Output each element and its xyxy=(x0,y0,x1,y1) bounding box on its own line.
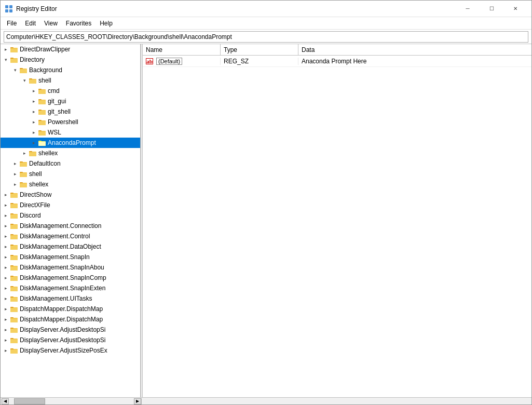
svg-rect-2 xyxy=(5,9,8,12)
minimize-button[interactable]: ─ xyxy=(456,1,480,17)
type-column-header[interactable]: Type xyxy=(221,44,298,55)
table-row[interactable]: ab (Default) REG_SZ Anaconda Prompt Here xyxy=(143,56,531,67)
tree-label-wsl: WSL xyxy=(48,129,61,136)
tree-item-diskmgmt_snapabou[interactable]: ▸ DiskManagement.SnapInAbou xyxy=(1,262,140,273)
expand-icon-diskmgmt_data[interactable]: ▸ xyxy=(2,242,10,251)
tree-item-discord[interactable]: ▸ Discord xyxy=(1,210,140,221)
svg-rect-57 xyxy=(10,225,18,229)
expand-icon-discord[interactable]: ▸ xyxy=(2,211,10,220)
tree-item-anacondaprompt[interactable]: ▸ AnacondaPrompt xyxy=(1,138,140,148)
expand-icon-wsl[interactable]: ▸ xyxy=(30,128,38,137)
name-column-header[interactable]: Name xyxy=(143,44,221,55)
expand-icon-diskmgmt_conn[interactable]: ▸ xyxy=(2,222,10,230)
tree-label-anacondaprompt: AnacondaPrompt xyxy=(48,139,96,146)
expand-icon-diskmgmt_ui[interactable]: ▸ xyxy=(2,294,10,303)
expand-icon-diskmgmt_snapcomp[interactable]: ▸ xyxy=(2,274,10,282)
tree-item-background[interactable]: ▾ Background xyxy=(1,65,140,75)
tree-item-git_gui[interactable]: ▸ git_gui xyxy=(1,96,140,106)
expand-icon-directory[interactable]: ▾ xyxy=(2,56,10,64)
expand-icon-defaulticon[interactable]: ▸ xyxy=(11,159,19,168)
svg-rect-27 xyxy=(38,121,46,125)
tree-item-git_shell[interactable]: ▸ git_shell xyxy=(1,106,140,117)
expand-icon-shellex[interactable]: ▸ xyxy=(20,149,29,157)
expand-icon-directxfile[interactable]: ▸ xyxy=(2,201,10,209)
svg-rect-87 xyxy=(10,329,18,333)
tree-item-diskmgmt_data[interactable]: ▸ DiskManagement.DataObject xyxy=(1,241,140,252)
window-controls: ─ ☐ ✕ xyxy=(456,1,527,17)
tree-label-shell: shell xyxy=(38,77,51,84)
expand-icon-anacondaprompt[interactable]: ▸ xyxy=(30,139,38,147)
svg-rect-75 xyxy=(10,287,18,291)
expand-icon-dispatch2[interactable]: ▸ xyxy=(2,315,10,323)
tree-item-defaulticon[interactable]: ▸ DefaultIcon xyxy=(1,158,140,169)
data-column-header[interactable]: Data xyxy=(298,44,531,55)
expand-icon-diskmgmt_ctrl[interactable]: ▸ xyxy=(2,232,10,240)
menu-item-favorites[interactable]: Favorites xyxy=(62,19,96,28)
tree-label-diskmgmt_snap: DiskManagement.SnapIn xyxy=(20,253,90,261)
tree-item-cmd[interactable]: ▸ cmd xyxy=(1,86,140,96)
maximize-button[interactable]: ☐ xyxy=(480,1,503,17)
scroll-left-button[interactable]: ◀ xyxy=(2,398,9,404)
svg-rect-90 xyxy=(10,339,18,343)
scrollbar-thumb[interactable] xyxy=(14,398,45,404)
tree-label-display3: DisplayServer.AdjustSizePosEx xyxy=(20,347,107,354)
tree-item-display3[interactable]: ▸ DisplayServer.AdjustSizePosEx xyxy=(1,345,140,356)
tree-label-cmd: cmd xyxy=(48,87,60,95)
expand-icon-directshow[interactable]: ▸ xyxy=(2,191,10,199)
folder-icon-display1 xyxy=(10,326,18,334)
tree-item-directshow[interactable]: ▸ DirectShow xyxy=(1,190,140,200)
folder-icon-shell2 xyxy=(19,170,28,178)
expand-icon-background[interactable]: ▾ xyxy=(11,66,19,74)
expand-icon-diskmgmt_snap[interactable]: ▸ xyxy=(2,253,10,261)
folder-icon-diskmgmt_data xyxy=(10,242,18,251)
tree-item-shellex2[interactable]: ▸ shellex xyxy=(1,179,140,190)
tree-item-directxfile[interactable]: ▸ DirectXFile xyxy=(1,200,140,210)
folder-icon-shellex xyxy=(29,149,37,157)
tree-item-diskmgmt_conn[interactable]: ▸ DiskManagement.Connection xyxy=(1,221,140,231)
expand-icon-display3[interactable]: ▸ xyxy=(2,346,10,355)
expand-icon-dispatch1[interactable]: ▸ xyxy=(2,305,10,313)
tree-item-diskmgmt_ui[interactable]: ▸ DiskManagement.UITasks xyxy=(1,293,140,304)
tree-item-powershell[interactable]: ▸ Powershell xyxy=(1,117,140,127)
tree-item-directdrawclipper[interactable]: ▸ DirectDrawClipper xyxy=(1,44,140,55)
tree-item-diskmgmt_ctrl[interactable]: ▸ DiskManagement.Control xyxy=(1,231,140,241)
expand-icon-display1[interactable]: ▸ xyxy=(2,326,10,334)
horizontal-scrollbar[interactable]: ◀ ▶ xyxy=(1,397,531,404)
expand-icon-git_shell[interactable]: ▸ xyxy=(30,107,38,116)
tree-item-diskmgmt_snapcomp[interactable]: ▸ DiskManagement.SnapInComp xyxy=(1,273,140,283)
expand-icon-diskmgmt_snapabou[interactable]: ▸ xyxy=(2,263,10,272)
tree-item-directory[interactable]: ▾ Directory xyxy=(1,55,140,65)
expand-icon-shellex2[interactable]: ▸ xyxy=(11,180,19,188)
tree-label-diskmgmt_snapexten: DiskManagement.SnapInExten xyxy=(20,285,105,292)
tree-item-diskmgmt_snapexten[interactable]: ▸ DiskManagement.SnapInExten xyxy=(1,283,140,293)
tree-item-shell[interactable]: ▾ shell xyxy=(1,75,140,86)
tree-item-display1[interactable]: ▸ DisplayServer.AdjustDesktopSi xyxy=(1,325,140,335)
expand-icon-powershell[interactable]: ▸ xyxy=(30,118,38,126)
menu-item-edit[interactable]: Edit xyxy=(21,19,40,28)
expand-icon-git_gui[interactable]: ▸ xyxy=(30,97,38,105)
folder-icon-cmd xyxy=(38,87,46,95)
default-badge: (Default) xyxy=(156,58,182,65)
expand-icon-shell2[interactable]: ▸ xyxy=(11,170,19,178)
menu-item-help[interactable]: Help xyxy=(96,19,117,28)
close-button[interactable]: ✕ xyxy=(503,1,527,17)
expand-icon-diskmgmt_snapexten[interactable]: ▸ xyxy=(2,284,10,292)
tree-item-shell2[interactable]: ▸ shell xyxy=(1,169,140,179)
tree-item-dispatch2[interactable]: ▸ DispatchMapper.DispatchMap xyxy=(1,314,140,325)
address-input[interactable] xyxy=(4,31,528,43)
tree-item-dispatch1[interactable]: ▸ DispatchMapper.DispatchMap xyxy=(1,304,140,314)
folder-icon-diskmgmt_ui xyxy=(10,294,18,303)
menu-item-view[interactable]: View xyxy=(40,19,62,28)
menu-item-file[interactable]: File xyxy=(3,19,21,28)
expand-icon-display2[interactable]: ▸ xyxy=(2,336,10,344)
expand-icon-shell[interactable]: ▾ xyxy=(20,76,29,85)
tree-item-display2[interactable]: ▸ DisplayServer.AdjustDesktopSi xyxy=(1,335,140,345)
scroll-right-button[interactable]: ▶ xyxy=(134,398,141,404)
tree-item-wsl[interactable]: ▸ WSL xyxy=(1,127,140,138)
expand-icon-cmd[interactable]: ▸ xyxy=(30,87,38,95)
tree-item-diskmgmt_snap[interactable]: ▸ DiskManagement.SnapIn xyxy=(1,252,140,262)
expand-icon-directdrawclipper[interactable]: ▸ xyxy=(2,45,10,53)
tree-item-shellex[interactable]: ▸ shellex xyxy=(1,148,140,158)
tree-pane[interactable]: ▸ DirectDrawClipper▾ Directory▾ Backgrou… xyxy=(1,44,141,397)
app-icon xyxy=(5,5,13,13)
